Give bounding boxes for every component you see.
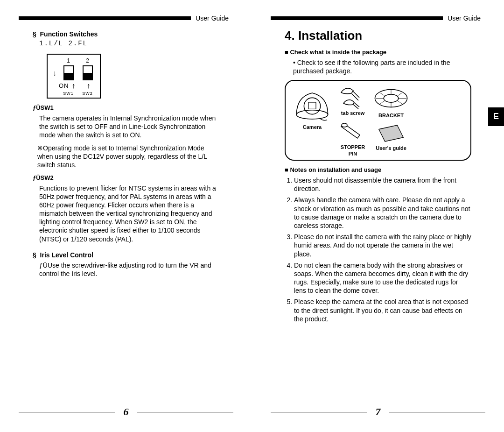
footer-rule <box>389 412 486 412</box>
iris-heading: § Iris Level Control <box>33 251 219 259</box>
svg-line-10 <box>380 101 384 104</box>
header-text: User Guide <box>191 14 233 22</box>
page-spread: User Guide § Function Switches 1.L/L 2.F… <box>0 0 504 432</box>
switch-diagram: 1 2 ON <box>47 54 101 99</box>
pkg-tabscrew-label: tab screw <box>341 110 365 116</box>
page-number-left: 6 <box>115 405 137 419</box>
switch-num-1: 1 <box>67 57 70 65</box>
switch-num-2: 2 <box>86 57 89 65</box>
page-number-right: 7 <box>367 405 389 419</box>
note-item: Please do not install the camera with th… <box>294 233 471 258</box>
sw2-heading: ƒŪSW2 <box>33 174 219 182</box>
check-heading: Check what is inside the package <box>285 49 471 57</box>
header-bar-right: User Guide <box>271 14 485 22</box>
pkg-stopper-label: STOPPER PIN <box>341 144 365 157</box>
svg-marker-14 <box>379 125 404 142</box>
pkg-camera-label: Camera <box>303 124 322 130</box>
sw1-label-small: SW1 <box>63 91 74 97</box>
right-content: 4. Installation Check what is inside the… <box>271 28 485 323</box>
note-item: Do not clean the camera body with the st… <box>294 261 471 295</box>
arrow-down-icon <box>53 70 56 77</box>
notes-heading: Notes on installation and usage <box>285 166 471 174</box>
sw1-note: ※Operating mode is set to Internal Synch… <box>37 144 219 170</box>
package-box: Camera tab screw STOPPER PIN <box>285 80 471 161</box>
pkg-camera: Camera <box>291 85 333 130</box>
footer-right: 7 <box>271 405 485 419</box>
pkg-bracket-label: BRACKET <box>378 112 404 119</box>
footer-left: 6 <box>19 405 233 419</box>
note-item: Users should not disassemble the camera … <box>294 176 471 193</box>
footer-rule <box>137 412 234 412</box>
sw1-heading: ƒŪSW1 <box>33 104 219 112</box>
function-switches-heading: § Function Switches <box>33 30 219 38</box>
language-tab: E <box>488 107 504 126</box>
header-bar-left: User Guide <box>19 14 233 22</box>
header-text: User Guide <box>443 14 485 22</box>
page-left: User Guide § Function Switches 1.L/L 2.F… <box>0 0 252 432</box>
header-rule <box>19 16 191 20</box>
note-item: Always handle the camera with care. Plea… <box>294 196 471 230</box>
notes-list: Users should not disassemble the camera … <box>285 176 471 323</box>
guide-icon <box>375 123 407 144</box>
section-title: 4. Installation <box>285 28 471 44</box>
sw2-text: Functions to prevent flicker for NTSC sy… <box>39 184 219 243</box>
sw1-text: The camera operates in Internal Synchron… <box>39 114 219 140</box>
pkg-bracket: BRACKET User's guide <box>372 85 410 151</box>
header-rule <box>271 16 443 20</box>
svg-line-8 <box>380 93 384 96</box>
screw-icon <box>339 85 367 109</box>
note-item: Please keep the camera at the cool area … <box>294 297 471 323</box>
page-right: User Guide E 4. Installation Check what … <box>252 0 504 432</box>
on-label: ON <box>59 82 69 90</box>
iris-text: ƒŪUse the screwdriver-like adjusting rod… <box>39 261 219 278</box>
svg-line-11 <box>398 101 402 104</box>
footer-rule <box>271 412 367 412</box>
arrow-up-icon-2 <box>87 81 91 91</box>
switch-caption: 1.L/L 2.FL <box>39 39 219 48</box>
pkg-guide-label: User's guide <box>376 145 406 151</box>
language-tab-label: E <box>493 111 499 122</box>
switch-rect-1 <box>63 65 74 80</box>
bracket-icon <box>372 85 410 111</box>
svg-point-5 <box>384 94 398 102</box>
svg-point-1 <box>304 98 320 114</box>
arrow-up-icon-1 <box>72 81 76 91</box>
pkg-tabscrew: tab screw STOPPER PIN <box>339 85 367 157</box>
svg-line-9 <box>398 93 402 96</box>
left-content: § Function Switches 1.L/L 2.FL 1 2 <box>19 30 233 278</box>
camera-icon <box>291 85 333 123</box>
footer-rule <box>19 412 115 412</box>
stopper-pin-icon <box>339 120 367 143</box>
switch-rect-2 <box>83 65 93 80</box>
svg-rect-2 <box>308 102 316 109</box>
svg-point-3 <box>342 123 347 127</box>
sw2-label-small: SW2 <box>82 91 93 97</box>
check-text: • Check to see if the following parts ar… <box>293 58 471 75</box>
